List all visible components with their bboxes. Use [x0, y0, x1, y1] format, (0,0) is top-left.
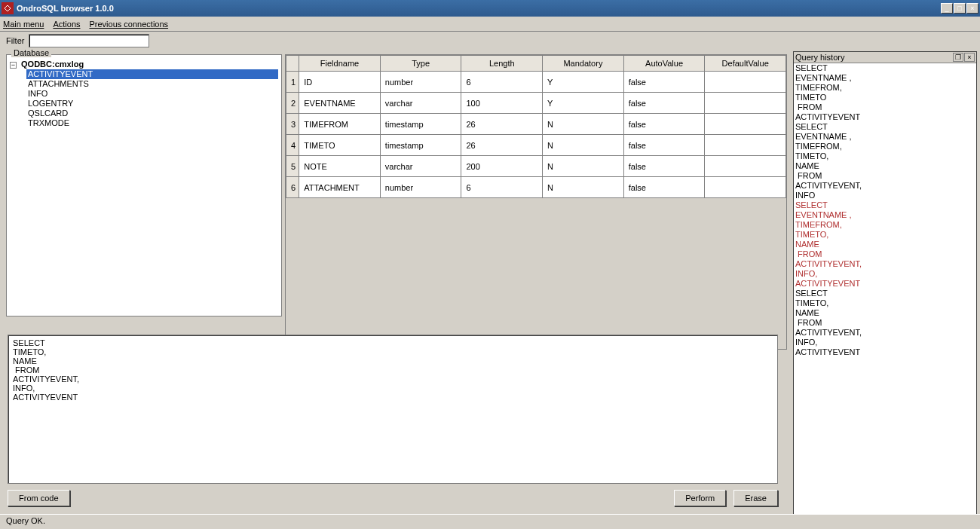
table-row[interactable]: 2EVENTNAMEvarchar100Yfalse — [286, 93, 786, 114]
filter-label: Filter — [6, 36, 24, 45]
grid-cell[interactable]: NOTE — [299, 156, 381, 177]
row-number: 1 — [286, 72, 299, 93]
history-item[interactable]: SELECT TIMETO, NAME FROM ACTIVITYEVENT, … — [794, 289, 976, 357]
grid-corner — [286, 56, 299, 72]
grid-cell[interactable]: N — [543, 135, 624, 156]
tree-root[interactable]: QODBC:cmxlog — [21, 60, 84, 69]
table-row[interactable]: 3TIMEFROMtimestamp26Nfalse — [286, 114, 786, 135]
grid-header[interactable]: DefaultValue — [705, 56, 786, 72]
close-button[interactable]: × — [966, 3, 978, 14]
filter-input[interactable] — [29, 34, 149, 47]
grid-cell[interactable]: N — [543, 156, 624, 177]
grid-cell[interactable] — [705, 114, 786, 135]
query-history-list[interactable]: SELECT EVENTNAME , TIMEFROM, TIMETO FROM… — [794, 63, 976, 525]
statusbar: Query OK. — [0, 514, 980, 529]
grid-cell[interactable]: timestamp — [380, 114, 461, 135]
grid-cell[interactable]: ID — [299, 72, 381, 93]
grid-cell[interactable]: Y — [543, 93, 624, 114]
tree-item[interactable]: LOGENTRY — [26, 99, 278, 109]
grid-header[interactable]: Mandatory — [543, 56, 624, 72]
grid-cell[interactable]: 200 — [461, 156, 543, 177]
grid-cell[interactable] — [705, 93, 786, 114]
field-grid: FieldnameTypeLengthMandatoryAutoValueDef… — [286, 55, 786, 198]
grid-cell[interactable]: 6 — [461, 72, 543, 93]
history-close-button[interactable]: × — [964, 53, 975, 62]
grid-cell[interactable]: false — [623, 156, 705, 177]
menubar: Main menu Actions Previous connections — [0, 17, 980, 32]
tree-item[interactable]: ATTACHMENTS — [26, 79, 278, 89]
tree-item[interactable]: INFO — [26, 89, 278, 99]
grid-cell[interactable]: false — [623, 177, 705, 198]
database-tree[interactable]: − QODBC:cmxlog ACTIVITYEVENTATTACHMENTSI… — [7, 55, 281, 133]
grid-cell[interactable] — [705, 72, 786, 93]
from-code-button[interactable]: From code — [8, 490, 70, 506]
row-number: 3 — [286, 114, 299, 135]
table-row[interactable]: 6ATTACHMENTnumber6Nfalse — [286, 177, 786, 198]
database-tree-panel: Database − QODBC:cmxlog ACTIVITYEVENTATT… — [6, 54, 282, 316]
table-row[interactable]: 5NOTEvarchar200Nfalse — [286, 156, 786, 177]
row-number: 6 — [286, 177, 299, 198]
row-number: 4 — [286, 135, 299, 156]
grid-cell[interactable]: ATTACHMENT — [299, 177, 381, 198]
window-title: OndroSQL browser 1.0.0 — [17, 4, 941, 13]
grid-cell[interactable]: false — [623, 72, 705, 93]
grid-cell[interactable] — [705, 156, 786, 177]
history-item[interactable]: SELECT EVENTNAME , TIMEFROM, TIMETO, NAM… — [794, 122, 976, 200]
grid-cell[interactable]: TIMEFROM — [299, 114, 381, 135]
grid-header[interactable]: Type — [380, 56, 461, 72]
grid-cell[interactable]: 6 — [461, 177, 543, 198]
table-row[interactable]: 4TIMETOtimestamp26Nfalse — [286, 135, 786, 156]
table-row[interactable]: 1IDnumber6Yfalse — [286, 72, 786, 93]
row-number: 5 — [286, 156, 299, 177]
tree-item[interactable]: ACTIVITYEVENT — [26, 69, 278, 79]
tree-item[interactable]: QSLCARD — [26, 109, 278, 118]
grid-cell[interactable]: number — [380, 177, 461, 198]
grid-cell[interactable] — [705, 135, 786, 156]
grid-cell[interactable]: 26 — [461, 135, 543, 156]
sql-editor[interactable] — [8, 335, 778, 484]
grid-cell[interactable]: EVENTNAME — [299, 93, 381, 114]
grid-cell[interactable]: varchar — [380, 93, 461, 114]
query-history-title: Query history — [795, 53, 952, 62]
row-number: 2 — [286, 93, 299, 114]
status-text: Query OK. — [6, 516, 45, 525]
grid-cell[interactable]: varchar — [380, 156, 461, 177]
grid-cell[interactable]: false — [623, 135, 705, 156]
grid-cell[interactable]: Y — [543, 72, 624, 93]
grid-header[interactable]: AutoValue — [623, 56, 705, 72]
grid-cell[interactable]: false — [623, 93, 705, 114]
grid-header[interactable]: Length — [461, 56, 543, 72]
toolbar: Filter — [0, 32, 980, 50]
menu-previous[interactable]: Previous connections — [90, 20, 169, 29]
tree-collapse-icon[interactable]: − — [10, 62, 17, 69]
menu-main[interactable]: Main menu — [3, 20, 44, 29]
history-item[interactable]: SELECT EVENTNAME , TIMEFROM, TIMETO FROM… — [794, 63, 976, 122]
field-grid-panel: FieldnameTypeLengthMandatoryAutoValueDef… — [285, 54, 787, 350]
grid-cell[interactable] — [705, 177, 786, 198]
grid-cell[interactable]: 26 — [461, 114, 543, 135]
grid-cell[interactable]: number — [380, 72, 461, 93]
history-undock-button[interactable]: ❐ — [953, 53, 963, 62]
erase-button[interactable]: Erase — [733, 490, 778, 506]
maximize-button[interactable]: □ — [954, 3, 966, 14]
tree-item[interactable]: TRXMODE — [26, 118, 278, 128]
minimize-button[interactable]: _ — [941, 3, 953, 14]
perform-button[interactable]: Perform — [674, 490, 726, 506]
grid-cell[interactable]: N — [543, 177, 624, 198]
grid-cell[interactable]: timestamp — [380, 135, 461, 156]
database-tree-header: Database — [11, 48, 51, 57]
grid-cell[interactable]: false — [623, 114, 705, 135]
grid-header[interactable]: Fieldname — [299, 56, 381, 72]
menu-actions[interactable]: Actions — [53, 20, 80, 29]
query-history-panel: Query history ❐ × SELECT EVENTNAME , TIM… — [793, 51, 977, 526]
app-icon — [2, 2, 14, 14]
titlebar: OndroSQL browser 1.0.0 _ □ × — [0, 0, 980, 17]
grid-cell[interactable]: TIMETO — [299, 135, 381, 156]
grid-cell[interactable]: N — [543, 114, 624, 135]
history-item[interactable]: SELECT EVENTNAME , TIMEFROM, TIMETO, NAM… — [794, 200, 976, 289]
grid-cell[interactable]: 100 — [461, 93, 543, 114]
